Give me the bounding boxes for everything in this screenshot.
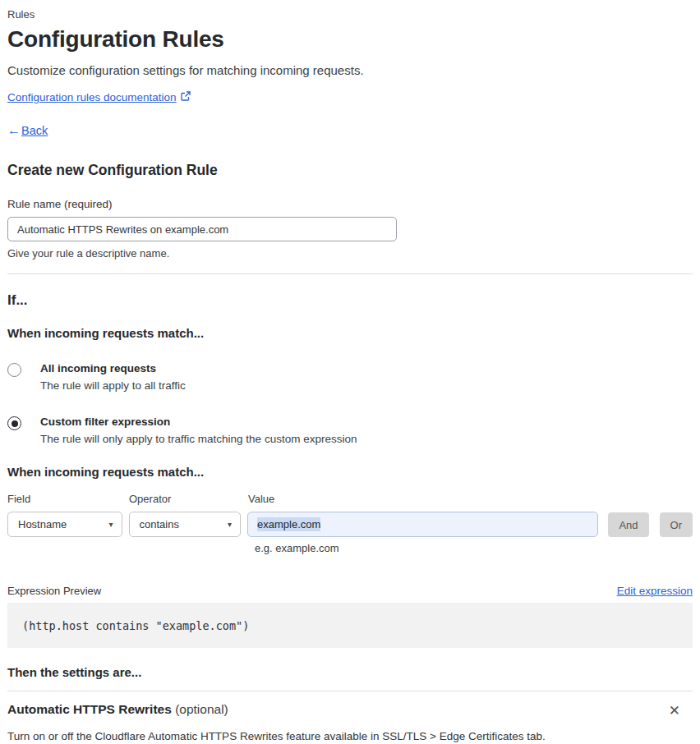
- or-button[interactable]: Or: [660, 512, 693, 537]
- chevron-down-icon: ▾: [109, 520, 113, 529]
- back-link[interactable]: Back: [21, 124, 48, 137]
- breadcrumb: Rules: [7, 8, 693, 21]
- setting-optional-tag: (optional): [175, 702, 228, 716]
- value-input[interactable]: example.com: [247, 512, 598, 537]
- field-label: Field: [7, 493, 129, 505]
- chevron-down-icon: ▾: [228, 520, 232, 529]
- radio-option-description: The rule will apply to all traffic: [40, 379, 186, 392]
- expression-builder: When incoming requests match... Field Op…: [7, 465, 693, 554]
- and-button[interactable]: And: [608, 512, 648, 537]
- radio-button-icon[interactable]: [7, 363, 21, 377]
- setting-description: Turn on or off the Cloudflare Automatic …: [7, 730, 693, 742]
- edit-expression-link[interactable]: Edit expression: [617, 585, 693, 597]
- then-heading: Then the settings are...: [7, 665, 693, 679]
- if-heading: If...: [7, 292, 693, 309]
- field-select[interactable]: Hostname ▾: [7, 512, 122, 537]
- setting-card-automatic-https-rewrites: Automatic HTTPS Rewrites (optional) ✕ Tu…: [7, 691, 693, 744]
- section-divider: [7, 273, 693, 274]
- radio-button-icon[interactable]: [7, 416, 21, 430]
- operator-select-value: contains: [140, 518, 179, 530]
- create-rule-heading: Create new Configuration Rule: [7, 162, 693, 179]
- radio-option-all-incoming[interactable]: All incoming requests The rule will appl…: [7, 362, 693, 392]
- page-subtitle: Customize configuration settings for mat…: [7, 63, 693, 77]
- page-title: Configuration Rules: [7, 26, 693, 53]
- configuration-rules-page: Rules Configuration Rules Customize conf…: [0, 0, 700, 744]
- radio-option-custom-filter[interactable]: Custom filter expression The rule will o…: [7, 416, 693, 445]
- match-heading: When incoming requests match...: [7, 326, 693, 340]
- docs-link[interactable]: Configuration rules documentation: [7, 91, 177, 103]
- value-label: Value: [248, 493, 693, 505]
- value-input-text: example.com: [257, 517, 320, 531]
- rule-name-input[interactable]: [7, 217, 397, 241]
- radio-option-label: Custom filter expression: [40, 416, 357, 428]
- rule-name-label: Rule name (required): [7, 198, 693, 210]
- field-select-value: Hostname: [18, 518, 67, 530]
- setting-title-text: Automatic HTTPS Rewrites: [7, 702, 172, 716]
- back-arrow-icon: ←: [7, 123, 21, 138]
- external-link-icon: [181, 91, 191, 103]
- close-icon[interactable]: ✕: [664, 702, 685, 719]
- builder-heading: When incoming requests match...: [7, 465, 693, 479]
- operator-select[interactable]: contains ▾: [129, 512, 242, 537]
- setting-title: Automatic HTTPS Rewrites (optional): [7, 702, 228, 717]
- radio-option-label: All incoming requests: [40, 362, 186, 374]
- operator-label: Operator: [129, 493, 248, 505]
- value-help-text: e.g. example.com: [255, 542, 693, 554]
- rule-name-help: Give your rule a descriptive name.: [7, 247, 693, 259]
- expression-preview-label: Expression Preview: [7, 585, 101, 597]
- radio-option-description: The rule will only apply to traffic matc…: [40, 433, 357, 445]
- match-type-radio-group: All incoming requests The rule will appl…: [7, 362, 693, 445]
- expression-preview-code: (http.host contains "example.com"): [7, 603, 693, 648]
